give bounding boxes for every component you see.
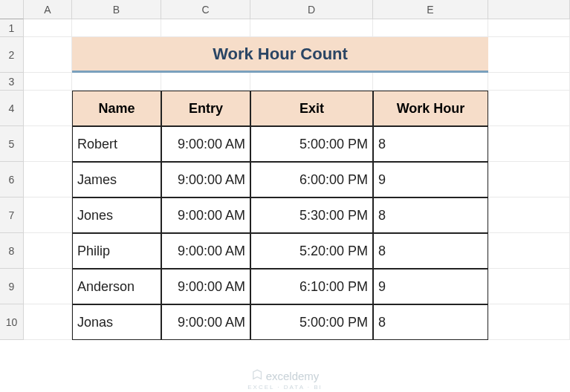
cell-a5[interactable] <box>24 126 72 162</box>
cell-a7[interactable] <box>24 197 72 233</box>
table-row[interactable]: 5:00:00 PM <box>250 304 373 340</box>
watermark: exceldemy <box>251 369 320 383</box>
cell-a1[interactable] <box>24 19 72 37</box>
table-row[interactable]: 9 <box>373 269 488 304</box>
cell-f5[interactable] <box>488 126 570 162</box>
table-row[interactable]: Jones <box>72 197 161 233</box>
row-header-2[interactable]: 2 <box>0 37 24 73</box>
row-header-6[interactable]: 6 <box>0 162 24 197</box>
cell-f10[interactable] <box>488 304 570 340</box>
table-row[interactable]: 9:00:00 AM <box>161 126 250 162</box>
cell-e1[interactable] <box>373 19 488 37</box>
cell-f4[interactable] <box>488 91 570 126</box>
watermark-sub: EXCEL · DATA · BI <box>247 384 323 391</box>
cell-a6[interactable] <box>24 162 72 197</box>
cell-f3[interactable] <box>488 73 570 91</box>
table-row[interactable]: Jonas <box>72 304 161 340</box>
row-header-1[interactable]: 1 <box>0 19 24 37</box>
cell-f8[interactable] <box>488 233 570 269</box>
watermark-text: exceldemy <box>266 370 320 382</box>
cell-c1[interactable] <box>161 19 250 37</box>
table-row[interactable]: Robert <box>72 126 161 162</box>
table-row[interactable]: 5:20:00 PM <box>250 233 373 269</box>
table-row[interactable]: 5:00:00 PM <box>250 126 373 162</box>
table-row[interactable]: Philip <box>72 233 161 269</box>
header-exit[interactable]: Exit <box>250 91 373 126</box>
table-row[interactable]: 9 <box>373 162 488 197</box>
table-row[interactable]: 5:30:00 PM <box>250 197 373 233</box>
book-icon <box>251 369 263 383</box>
col-header-c[interactable]: C <box>161 0 250 19</box>
header-entry[interactable]: Entry <box>161 91 250 126</box>
select-all-corner[interactable] <box>0 0 24 19</box>
cell-c3[interactable] <box>161 73 250 91</box>
cell-d3[interactable] <box>250 73 373 91</box>
table-row[interactable]: 8 <box>373 233 488 269</box>
cell-a2[interactable] <box>24 37 72 73</box>
cell-a9[interactable] <box>24 269 72 304</box>
table-row[interactable]: 9:00:00 AM <box>161 233 250 269</box>
row-header-7[interactable]: 7 <box>0 197 24 233</box>
header-name[interactable]: Name <box>72 91 161 126</box>
row-header-8[interactable]: 8 <box>0 233 24 269</box>
table-row[interactable]: 8 <box>373 126 488 162</box>
spreadsheet-grid: A B C D E 1 2 Work Hour Count 3 4 Name E… <box>0 0 570 340</box>
cell-b1[interactable] <box>72 19 161 37</box>
cell-d1[interactable] <box>250 19 373 37</box>
header-workhour[interactable]: Work Hour <box>373 91 488 126</box>
cell-f1[interactable] <box>488 19 570 37</box>
table-row[interactable]: James <box>72 162 161 197</box>
cell-e3[interactable] <box>373 73 488 91</box>
row-header-4[interactable]: 4 <box>0 91 24 126</box>
row-header-10[interactable]: 10 <box>0 304 24 340</box>
col-header-b[interactable]: B <box>72 0 161 19</box>
table-row[interactable]: 6:10:00 PM <box>250 269 373 304</box>
cell-a10[interactable] <box>24 304 72 340</box>
title-cell[interactable]: Work Hour Count <box>72 37 488 73</box>
table-row[interactable]: 6:00:00 PM <box>250 162 373 197</box>
col-header-f[interactable] <box>488 0 570 19</box>
cell-a8[interactable] <box>24 233 72 269</box>
table-row[interactable]: 8 <box>373 304 488 340</box>
col-header-a[interactable]: A <box>24 0 72 19</box>
table-row[interactable]: 9:00:00 AM <box>161 162 250 197</box>
table-row[interactable]: Anderson <box>72 269 161 304</box>
cell-a4[interactable] <box>24 91 72 126</box>
table-row[interactable]: 9:00:00 AM <box>161 197 250 233</box>
cell-f6[interactable] <box>488 162 570 197</box>
cell-a3[interactable] <box>24 73 72 91</box>
cell-f9[interactable] <box>488 269 570 304</box>
col-header-e[interactable]: E <box>373 0 488 19</box>
row-header-5[interactable]: 5 <box>0 126 24 162</box>
table-row[interactable]: 9:00:00 AM <box>161 269 250 304</box>
table-row[interactable]: 8 <box>373 197 488 233</box>
cell-f7[interactable] <box>488 197 570 233</box>
cell-f2[interactable] <box>488 37 570 73</box>
table-row[interactable]: 9:00:00 AM <box>161 304 250 340</box>
row-header-9[interactable]: 9 <box>0 269 24 304</box>
row-header-3[interactable]: 3 <box>0 73 24 91</box>
cell-b3[interactable] <box>72 73 161 91</box>
col-header-d[interactable]: D <box>250 0 373 19</box>
